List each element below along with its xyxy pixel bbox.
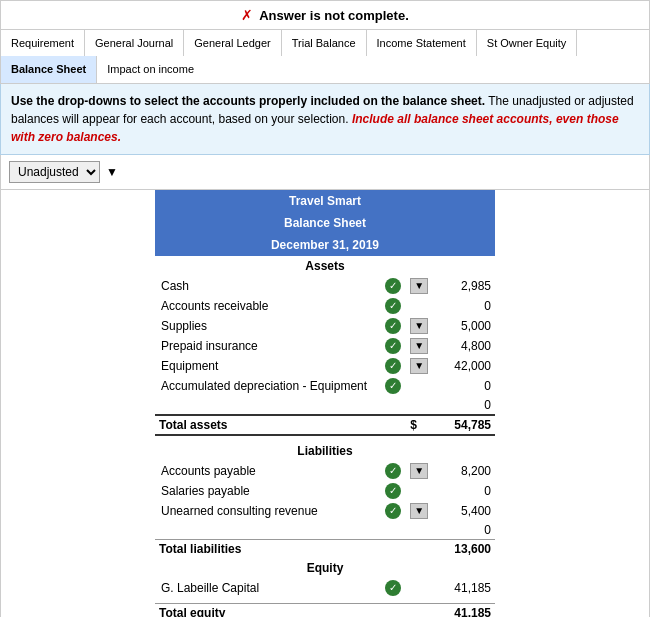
asset-cash-check: ✓ <box>381 276 406 296</box>
equity-header: Equity <box>155 558 495 578</box>
asset-supplies-check: ✓ <box>381 316 406 336</box>
assets-header-row: Assets <box>155 256 495 276</box>
tab-st-owner-equity[interactable]: St Owner Equity <box>477 30 577 56</box>
total-liabilities-row: Total liabilities 13,600 <box>155 539 495 558</box>
unadjusted-dropdown[interactable]: Unadjusted Adjusted <box>9 161 100 183</box>
asset-equipment-check: ✓ <box>381 356 406 376</box>
liability-unearned-check: ✓ <box>381 501 406 521</box>
liability-blank-dd <box>406 521 432 540</box>
total-liabilities-value: 13,600 <box>432 539 495 558</box>
liability-row-unearned: Unearned consulting revenue ✓ ▼ 5,400 <box>155 501 495 521</box>
liability-row-salaries: Salaries payable ✓ 0 <box>155 481 495 501</box>
tab-requirement[interactable]: Requirement <box>1 30 85 56</box>
tab-impact-on-income[interactable]: Impact on income <box>97 56 204 82</box>
dd-supplies[interactable]: ▼ <box>410 318 428 334</box>
top-bar-message: Answer is not complete. <box>259 8 409 23</box>
check-icon-ar: ✓ <box>385 298 401 314</box>
tab-trial-balance[interactable]: Trial Balance <box>282 30 367 56</box>
liability-salaries-dd <box>406 481 432 501</box>
equity-capital-value: 41,185 <box>432 578 495 598</box>
asset-ar-label: Accounts receivable <box>155 296 381 316</box>
check-icon-equipment: ✓ <box>385 358 401 374</box>
asset-blank-dd <box>406 396 432 415</box>
tab-general-ledger[interactable]: General Ledger <box>184 30 281 56</box>
sheet-date-row: December 31, 2019 <box>155 234 495 256</box>
liability-ap-value: 8,200 <box>432 461 495 481</box>
sheet-title: Balance Sheet <box>155 212 495 234</box>
asset-supplies-value: 5,000 <box>432 316 495 336</box>
liability-salaries-check: ✓ <box>381 481 406 501</box>
asset-prepaid-dd[interactable]: ▼ <box>406 336 432 356</box>
dd-cash[interactable]: ▼ <box>410 278 428 294</box>
asset-accum-dep-dd <box>406 376 432 396</box>
asset-row-cash: Cash ✓ ▼ 2,985 <box>155 276 495 296</box>
balance-sheet-table: Travel Smart Balance Sheet December 31, … <box>155 190 495 617</box>
liability-salaries-value: 0 <box>432 481 495 501</box>
total-assets-label: Total assets <box>155 415 381 435</box>
asset-row-accum-dep: Accumulated depreciation - Equipment ✓ 0 <box>155 376 495 396</box>
total-equity-label: Total equity <box>155 604 381 617</box>
liability-blank-value: 0 <box>432 521 495 540</box>
total-equity-empty1 <box>381 604 406 617</box>
liability-blank-label <box>155 521 381 540</box>
asset-supplies-dd[interactable]: ▼ <box>406 316 432 336</box>
equity-capital-check: ✓ <box>381 578 406 598</box>
total-equity-row: Total equity 41,185 <box>155 604 495 617</box>
company-name: Travel Smart <box>155 190 495 212</box>
tab-income-statement[interactable]: Income Statement <box>367 30 477 56</box>
equity-header-row: Equity <box>155 558 495 578</box>
asset-row-ar: Accounts receivable ✓ 0 <box>155 296 495 316</box>
asset-blank-label <box>155 396 381 415</box>
asset-equipment-dd[interactable]: ▼ <box>406 356 432 376</box>
asset-ar-check: ✓ <box>381 296 406 316</box>
asset-equipment-label: Equipment <box>155 356 381 376</box>
dd-equipment[interactable]: ▼ <box>410 358 428 374</box>
dd-unearned[interactable]: ▼ <box>410 503 428 519</box>
dd-ap[interactable]: ▼ <box>410 463 428 479</box>
asset-accum-dep-label: Accumulated depreciation - Equipment <box>155 376 381 396</box>
total-equity-value: 41,185 <box>432 604 495 617</box>
error-icon: ✗ <box>241 7 253 23</box>
check-icon-unearned: ✓ <box>385 503 401 519</box>
equity-capital-label: G. Labeille Capital <box>155 578 381 598</box>
asset-accum-dep-check: ✓ <box>381 376 406 396</box>
check-icon-accum-dep: ✓ <box>385 378 401 394</box>
liability-unearned-dd[interactable]: ▼ <box>406 501 432 521</box>
info-bar: Use the drop-downs to select the account… <box>0 84 650 155</box>
liability-ap-dd[interactable]: ▼ <box>406 461 432 481</box>
tabs-bar: Requirement General Journal General Ledg… <box>0 30 650 84</box>
asset-ar-dd <box>406 296 432 316</box>
liabilities-header: Liabilities <box>155 441 495 461</box>
liability-ap-check: ✓ <box>381 461 406 481</box>
tab-balance-sheet[interactable]: Balance Sheet <box>1 56 97 82</box>
total-assets-empty1 <box>381 415 406 435</box>
check-icon-salaries: ✓ <box>385 483 401 499</box>
asset-blank-check <box>381 396 406 415</box>
liability-blank-check <box>381 521 406 540</box>
check-icon-cash: ✓ <box>385 278 401 294</box>
total-assets-value: 54,785 <box>432 415 495 435</box>
asset-blank-value: 0 <box>432 396 495 415</box>
total-assets-row: Total assets $ 54,785 <box>155 415 495 435</box>
asset-row-blank: 0 <box>155 396 495 415</box>
liability-unearned-label: Unearned consulting revenue <box>155 501 381 521</box>
asset-row-supplies: Supplies ✓ ▼ 5,000 <box>155 316 495 336</box>
liability-row-ap: Accounts payable ✓ ▼ 8,200 <box>155 461 495 481</box>
equity-row-capital: G. Labeille Capital ✓ 41,185 <box>155 578 495 598</box>
total-liabilities-label: Total liabilities <box>155 539 381 558</box>
dropdown-row: Unadjusted Adjusted ▼ <box>0 155 650 190</box>
equity-capital-dd <box>406 578 432 598</box>
assets-header: Assets <box>155 256 495 276</box>
check-icon-supplies: ✓ <box>385 318 401 334</box>
liability-unearned-value: 5,400 <box>432 501 495 521</box>
liabilities-header-row: Liabilities <box>155 441 495 461</box>
dd-prepaid[interactable]: ▼ <box>410 338 428 354</box>
liability-salaries-label: Salaries payable <box>155 481 381 501</box>
info-bold-text: Use the drop-downs to select the account… <box>11 94 485 108</box>
asset-cash-dd[interactable]: ▼ <box>406 276 432 296</box>
asset-row-equipment: Equipment ✓ ▼ 42,000 <box>155 356 495 376</box>
asset-equipment-value: 42,000 <box>432 356 495 376</box>
tab-general-journal[interactable]: General Journal <box>85 30 184 56</box>
asset-supplies-label: Supplies <box>155 316 381 336</box>
asset-row-prepaid: Prepaid insurance ✓ ▼ 4,800 <box>155 336 495 356</box>
